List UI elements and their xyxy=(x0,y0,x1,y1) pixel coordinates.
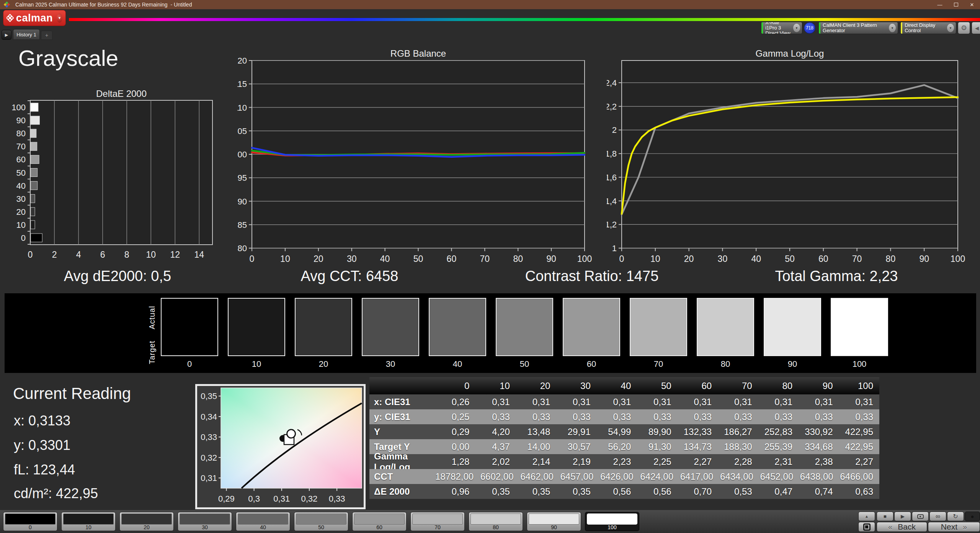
tick-label: 0 xyxy=(250,254,255,264)
strip-actual-label: Actual xyxy=(148,302,157,333)
up-arrow-icon: ▲ xyxy=(865,514,869,518)
table-row: y: CIE310,250,330,330,330,330,330,330,33… xyxy=(369,409,879,424)
continuous-read-button[interactable]: ∞ xyxy=(929,512,946,521)
table-cell: 6426,00 xyxy=(599,469,639,484)
tick-label: 115 xyxy=(237,79,247,89)
series-read-button[interactable] xyxy=(912,512,929,521)
deltae-bar-50 xyxy=(31,168,38,177)
pattern-button-50[interactable]: 50 xyxy=(294,512,348,531)
record-button[interactable]: ● xyxy=(965,512,980,521)
table-cell: 334,68 xyxy=(799,439,839,454)
table-cell: 0,56 xyxy=(597,484,637,499)
collapse-panel-button[interactable]: ◀ xyxy=(972,22,980,34)
calman-logo-icon xyxy=(7,12,14,24)
swatch-level-label: 70 xyxy=(630,359,687,369)
table-cell: 0,33 xyxy=(597,409,637,424)
tick-label: 0 xyxy=(28,250,33,260)
play-button[interactable]: ▶ xyxy=(894,512,911,521)
table-cell: 89,90 xyxy=(637,424,677,439)
tick-label: 100 xyxy=(951,254,965,264)
grayscale-swatch-60 xyxy=(563,298,620,356)
pattern-chip xyxy=(63,513,114,525)
tick-label: 100 xyxy=(577,254,592,264)
table-cell: 0,53 xyxy=(718,484,758,499)
table-cell: 0,31 xyxy=(718,394,758,409)
current-reading-title: Current Reading xyxy=(13,384,131,403)
rgb-chart-title: RGB Balance xyxy=(252,48,585,59)
pattern-button-0[interactable]: 0 xyxy=(3,512,57,531)
minimize-button[interactable]: — xyxy=(932,0,948,9)
pattern-button-30[interactable]: 30 xyxy=(178,512,232,531)
pattern-button-label: 60 xyxy=(353,524,406,530)
table-row: Gamma Log/Log1,282,022,142,192,232,252,2… xyxy=(369,454,879,469)
tick-label: 95 xyxy=(238,173,247,183)
pattern-scroll-up-button[interactable]: ▲ xyxy=(858,512,875,521)
table-cell: 0,26 xyxy=(435,394,475,409)
calman-menu-button[interactable]: calman ▼ xyxy=(3,10,66,26)
deltae-bar-70 xyxy=(31,142,37,150)
forward-icon: ▶ xyxy=(5,33,8,38)
next-button[interactable]: Next » xyxy=(928,522,980,532)
table-cell: 29,91 xyxy=(556,424,596,439)
table-cell: 54,99 xyxy=(597,424,637,439)
record-icon: ● xyxy=(970,513,974,520)
table-cell: 6466,00 xyxy=(840,469,879,484)
maximize-button[interactable] xyxy=(948,0,964,9)
refresh-button[interactable]: ↻ xyxy=(947,512,964,521)
table-cell: 134,73 xyxy=(678,439,718,454)
pattern-generator-dropdown[interactable]: CalMAN Client 3 Pattern Generator ▼ xyxy=(818,22,898,34)
pattern-button-90[interactable]: 90 xyxy=(527,512,581,531)
table-column-header: 0 xyxy=(435,377,475,394)
tick-label: 80 xyxy=(238,244,247,253)
pattern-button-100[interactable]: 100 xyxy=(585,512,639,531)
tick-label: 50 xyxy=(413,254,423,264)
tick-label: 70 xyxy=(480,254,490,264)
swatch-level-label: 80 xyxy=(697,359,754,369)
table-cell: 0,31 xyxy=(597,394,637,409)
tick-label: 8 xyxy=(124,250,129,260)
table-row-label: y: CIE31 xyxy=(369,409,435,424)
pattern-button-70[interactable]: 70 xyxy=(410,512,465,531)
pattern-button-80[interactable]: 80 xyxy=(469,512,523,531)
meter-dropdown[interactable]: X-Rite i1Pro 3 Direct View ▼ xyxy=(761,22,802,34)
pattern-button-label: 0 xyxy=(3,524,57,530)
reading-cdm2: cd/m²: 422,95 xyxy=(14,486,98,502)
table-row: Target Y0,004,3714,0030,5756,2091,30134,… xyxy=(369,439,879,454)
table-cell: 6462,00 xyxy=(520,469,560,484)
tick-label: 1,6 xyxy=(607,173,617,182)
table-row: x: CIE310,260,310,310,310,310,310,310,31… xyxy=(369,394,879,409)
title-bar: Calman 2025 Calman Ultimate for Business… xyxy=(0,0,980,9)
pattern-button-label: 20 xyxy=(120,524,173,530)
tick-label: 0,34 xyxy=(201,412,217,422)
table-cell: 2,25 xyxy=(637,454,677,469)
reading-fl: fL: 123,44 xyxy=(14,462,75,478)
swatch-level-label: 40 xyxy=(429,359,486,369)
table-row-label: ΔE 2000 xyxy=(369,484,435,499)
back-button[interactable]: « Back xyxy=(877,522,927,532)
tick-label: 100 xyxy=(11,103,26,112)
tick-label: 0,31 xyxy=(201,473,217,483)
deltae-bar-90 xyxy=(31,116,39,124)
close-button[interactable]: ✕ xyxy=(964,0,980,9)
tick-label: 80 xyxy=(886,254,896,264)
tick-label: 100 xyxy=(237,150,247,159)
pattern-button-60[interactable]: 60 xyxy=(352,512,407,531)
table-cell: 0,31 xyxy=(839,394,879,409)
pattern-button-20[interactable]: 20 xyxy=(119,512,174,531)
gamma-chart-canvas: 2,42,221,81,61,41,2101020304050607080901… xyxy=(607,36,974,266)
pattern-button-10[interactable]: 10 xyxy=(61,512,116,531)
window-pattern-button[interactable] xyxy=(858,522,875,532)
pattern-button-40[interactable]: 40 xyxy=(236,512,290,531)
minimize-icon: — xyxy=(938,2,942,8)
table-cell: 2,38 xyxy=(799,454,839,469)
table-cell: 2,23 xyxy=(597,454,637,469)
tick-label: 85 xyxy=(238,220,247,230)
settings-button[interactable]: ⚙ xyxy=(958,22,970,34)
table-column-header: 70 xyxy=(718,377,758,394)
table-cell: 6452,00 xyxy=(760,469,799,484)
grayscale-swatch-20 xyxy=(295,298,352,356)
table-column-header: 80 xyxy=(758,377,799,394)
stop-button[interactable]: ■ xyxy=(877,512,893,521)
pattern-chip xyxy=(529,513,579,525)
display-control-dropdown[interactable]: Direct Display Control ▼ xyxy=(900,22,956,34)
